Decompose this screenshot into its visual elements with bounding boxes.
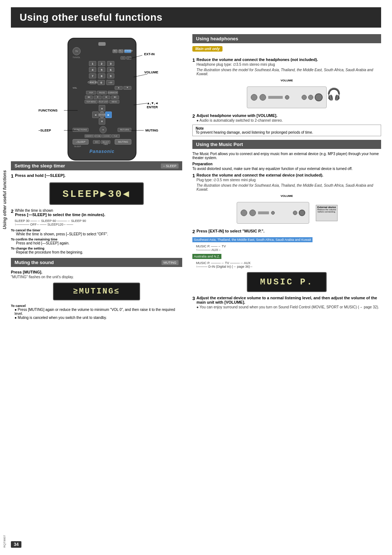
music-port-device-illus	[237, 202, 309, 224]
music-port-display: MUSIC P.	[247, 272, 327, 292]
music-port-highlight1: Southeast Asia, Thailand, the Middle Eas…	[192, 237, 313, 242]
headphone-icon: 🎧	[327, 87, 341, 101]
sleep-badge: – SLEEP	[161, 163, 179, 169]
headphones-device-wrap: VOLUME	[192, 78, 381, 111]
music-port-device-container: External device Reduce the volume before…	[236, 199, 338, 227]
main-unit-badge: Main unit only	[192, 46, 222, 52]
music-port-device-wrap: VOLUME	[192, 194, 381, 227]
sidebar-label-wrap: Using other useful functions	[0, 127, 9, 272]
music-port-section: Using the Music Port The Music Port allo…	[192, 140, 381, 309]
headphones-step1-title: Reduce the volume and connect the headph…	[196, 57, 381, 62]
muting-section-title: Muting the sound	[15, 260, 54, 265]
sleep-cancel-title: To cancel the timer	[11, 228, 182, 232]
headphones-step1-note: The illustration shows the model for Sou…	[196, 68, 381, 76]
sleep-change-title: To change the setting	[11, 247, 182, 250]
music-port-highlight2: Australia and N.Z.	[192, 254, 221, 259]
headphones-note-title: Note	[196, 126, 378, 130]
page-title: Using other useful functions	[11, 7, 381, 28]
annot-volume: VOLUME	[144, 70, 158, 74]
music-port-intro: The Music Port allows you to connect and…	[192, 152, 381, 160]
music-port-diagram2: MUSIC P. ———→ TV ———→ AUX ↑——— D-IN (Dig…	[196, 261, 381, 268]
muting-step1-sub: "MUTING" flashes on the unit's display.	[11, 275, 182, 279]
sleep-step1-title: Press and hold [—SLEEP].	[15, 173, 182, 178]
headphones-plug-type: Headphone plug type: ∅3.5 mm stereo mini…	[196, 62, 381, 66]
music-port-highlight1-wrap: Southeast Asia, Thailand, the Middle Eas…	[192, 236, 381, 243]
headphones-step2-title: Adjust headphone volume with [VOLUME].	[196, 113, 381, 118]
sleep-section-title: Setting the sleep timer	[15, 163, 65, 169]
left-column: TV BEI PL+ STANDBY TV/VOL	[11, 34, 189, 323]
rqt-number: RQT8607	[3, 535, 6, 548]
music-port-step1-note: The illustration shows the model for Sou…	[196, 183, 381, 191]
music-port-highlight2-wrap: Australia and N.Z.	[192, 253, 381, 260]
ext-device-label: External device	[317, 206, 336, 208]
annot-muting: MUTING	[146, 129, 159, 132]
headphones-volume-label: VOLUME	[281, 79, 293, 82]
external-device-box: External device Reduce the volume before…	[316, 205, 338, 221]
remote-illustration: TV BEI PL+ STANDBY TV/VOL	[11, 34, 182, 158]
music-port-header: Using the Music Port	[192, 140, 381, 149]
annot-ext-in: EXT-IN	[144, 52, 155, 56]
headphones-note-box: Note To prevent hearing damage, avoid li…	[192, 125, 381, 136]
remote-brand: Panasonic	[73, 149, 131, 154]
sleep-cancel-text: While the time is shown, press [–SLEEP] …	[16, 232, 182, 236]
sleep-step2-title: Press [—SLEEP] to select the time (in mi…	[15, 212, 182, 217]
page-number: 34	[11, 541, 21, 548]
headphones-step2-sub: ● Audio is automatically switched to 2-c…	[196, 118, 381, 122]
annot-functions: FUNCTIONS	[38, 109, 58, 112]
music-port-prep-text: To avoid distorted sound, make sure that…	[192, 167, 381, 171]
sleep-cancel-section: To cancel the timer While the time is sh…	[11, 228, 182, 254]
music-port-step3: 3 Adjust the external device volume to a…	[192, 296, 381, 309]
sleep-change-text: Repeat the procedure from the beginning.	[16, 250, 182, 254]
muting-step1: Press [MUTING]. "MUTING" flashes on the …	[11, 270, 182, 279]
headphones-device-illus	[247, 86, 327, 108]
sleep-step1: 1 Press and hold [—SLEEP].	[11, 173, 182, 179]
right-column: Using headphones Main unit only 1 Reduce…	[189, 34, 381, 323]
headphones-note-text: To prevent hearing damage, avoid listeni…	[196, 130, 378, 134]
sleep-diagram: SLEEP 30 ——→ SLEEP 60 ———→ SLEEP 90 ↑———…	[15, 219, 182, 226]
headphones-section: Using headphones Main unit only 1 Reduce…	[192, 34, 381, 136]
sleep-display: SLEEP▶30◀	[49, 182, 144, 205]
music-port-prep-title: Preparation	[192, 162, 381, 166]
remote-body: TV BEI PL+ STANDBY TV/VOL	[68, 38, 136, 161]
sleep-confirm-title: To confirm the remaining time	[11, 238, 182, 241]
muting-cancel-section: To cancel ● Press [MUTING] again or redu…	[11, 304, 182, 320]
remote-container: TV BEI PL+ STANDBY TV/VOL	[35, 34, 158, 158]
music-port-diagram1: MUSIC P. ——→ TV ↑———— AUX←	[196, 244, 381, 252]
sleep-section: Setting the sleep timer – SLEEP 1 Press …	[11, 161, 182, 254]
music-port-plug-type: Plug type: ∅3.5 mm stereo mini plug	[196, 178, 381, 182]
muting-cancel-title: To cancel	[11, 304, 182, 308]
music-port-step2: 2 Press [EXT-IN] to select "MUSIC P.".	[192, 229, 381, 234]
annot-sleep: –SLEEP	[38, 129, 51, 132]
muting-cancel-bullet2: ● Muting is canceled when you switch the…	[15, 316, 182, 320]
annot-enter: ▲,▼,◄ENTER	[147, 101, 158, 109]
muting-cancel-bullet1: ● Press [MUTING] again or reduce the vol…	[15, 308, 182, 316]
headphones-step1: 1 Reduce the volume and connect the head…	[192, 57, 381, 76]
muting-section: Muting the sound MUTING Press [MUTING]. …	[11, 258, 182, 320]
muting-step1-title: Press [MUTING].	[11, 270, 182, 274]
sleep-step2-while: While the time is shown	[15, 208, 182, 212]
music-port-step3-title: Adjust the external device volume to a n…	[196, 296, 381, 304]
music-port-volume-label: VOLUME	[281, 194, 293, 198]
page: Using other useful functions Using other…	[0, 0, 392, 555]
headphones-device-container: 🎧	[243, 84, 330, 111]
music-port-step1-title: Reduce the volume and connect the extern…	[196, 173, 381, 177]
sleep-step2: 2 While the time is shown Press [—SLEEP]…	[11, 208, 182, 217]
music-port-step2-title: Press [EXT-IN] to select "MUSIC P.".	[196, 229, 381, 233]
headphones-step2: 2 Adjust headphone volume with [VOLUME].…	[192, 113, 381, 122]
music-port-step1: 1 Reduce the volume and connect the exte…	[192, 173, 381, 191]
muting-badge: MUTING	[162, 260, 179, 265]
sleep-section-header: Setting the sleep timer – SLEEP	[11, 161, 182, 170]
sleep-confirm-text: Press and hold [—SLEEP] again.	[16, 241, 182, 245]
music-port-step3-sub: ● You can enjoy surround sound when you …	[196, 305, 381, 309]
muting-section-header: Muting the sound MUTING	[11, 258, 182, 267]
ext-device-sub: Reduce the volume before connecting.	[317, 208, 336, 213]
headphones-header: Using headphones	[192, 34, 381, 43]
muting-display: ≥MUTING≤	[53, 283, 140, 300]
sidebar-label: Using other useful functions	[2, 149, 7, 251]
